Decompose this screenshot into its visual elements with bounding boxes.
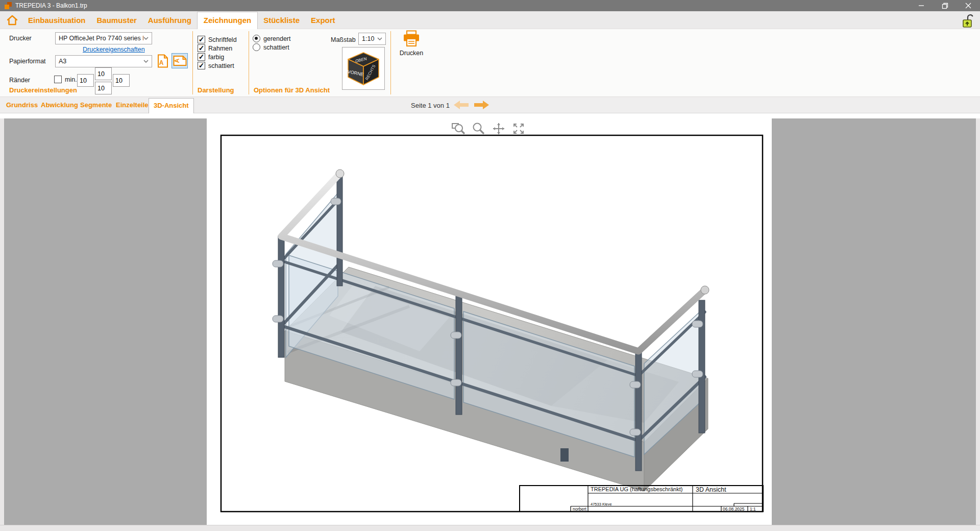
farbig-label: farbig: [208, 54, 224, 61]
tab-baumuster[interactable]: Baumuster: [91, 12, 142, 29]
gerendert-radio[interactable]: [253, 35, 260, 42]
status-strip: [0, 525, 980, 531]
home-icon[interactable]: [6, 14, 18, 27]
drucker-value: HP OfficeJet Pro 7740 series PCL: [59, 35, 143, 42]
drawing-page[interactable]: TREPEDIA UG (haftungsbeschränkt) 47533 K…: [207, 118, 772, 525]
drucken-button[interactable]: Drucken: [393, 30, 430, 72]
schattiert-checkbox[interactable]: ✓: [198, 62, 205, 69]
tab-einzelteile[interactable]: Einzelteile: [116, 101, 149, 109]
group-optionen-3d: Optionen für 3D Ansicht: [254, 86, 330, 94]
tab-zeichnungen[interactable]: Zeichnungen: [197, 12, 258, 29]
titleblock-address: 47533 Kleve: [591, 502, 612, 506]
tab-einbausituation[interactable]: Einbausituation: [22, 12, 91, 29]
unlock-icon[interactable]: [962, 13, 975, 29]
titleblock-drawing-title: 3D Ansicht: [696, 486, 726, 493]
chevron-down-icon: [377, 37, 382, 40]
margin-top-input[interactable]: [95, 67, 112, 80]
page-indicator: Seite 1 von 1: [411, 102, 450, 109]
portrait-orientation-button[interactable]: A: [156, 53, 169, 68]
schriftfeld-checkbox[interactable]: ✓: [198, 36, 205, 43]
view-toolbar: [451, 122, 526, 136]
tab-segmente[interactable]: Segmente: [80, 101, 112, 109]
close-button[interactable]: [957, 0, 980, 11]
titleblock-scale: 1:1: [750, 506, 756, 512]
margin-bottom-input[interactable]: [95, 82, 112, 94]
margin-right-input[interactable]: [113, 74, 130, 87]
schattiert-darstellung-label: schattiert: [208, 62, 234, 69]
document-tab-bar: Grundriss Abwicklung Segmente Einzelteil…: [0, 97, 980, 113]
pan-icon[interactable]: [491, 122, 506, 136]
landscape-orientation-button[interactable]: A: [172, 53, 188, 68]
group-darstellung: Darstellung: [198, 86, 234, 94]
group-druckereinstellungen: Druckereinstellungen: [9, 86, 77, 94]
zoom-icon[interactable]: [471, 122, 486, 136]
printer-icon: [402, 30, 421, 47]
titleblock-company: TREPEDIA UG (haftungsbeschränkt): [591, 486, 682, 492]
min-checkbox[interactable]: [54, 76, 62, 83]
window-title: TREPEDIA 3 - Balkon1.trp: [15, 2, 87, 9]
chevron-down-icon: [143, 37, 149, 40]
balcony-3d-view: TREPEDIA UG (haftungsbeschränkt) 47533 K…: [207, 118, 772, 525]
farbig-checkbox[interactable]: ✓: [198, 53, 205, 61]
app-logo-icon: [4, 2, 12, 10]
ribbon: Drucker HP OfficeJet Pro 7740 series PCL…: [0, 29, 980, 97]
chevron-down-icon: [143, 60, 149, 63]
maximize-button[interactable]: [933, 0, 957, 11]
group-separator: [192, 31, 193, 94]
margin-left-input[interactable]: [77, 74, 94, 87]
titleblock-author: norbert: [573, 506, 587, 512]
next-page-arrow-icon[interactable]: [473, 100, 491, 110]
svg-text:A: A: [159, 59, 164, 66]
massstab-select[interactable]: 1:10: [358, 33, 386, 45]
menu-bar: Einbausituation Baumuster Ausführung Zei…: [0, 11, 980, 29]
massstab-label: Maßstab: [331, 36, 356, 43]
schattiert-3d-label: schattiert: [263, 44, 289, 51]
druckereigenschaften-link[interactable]: Druckereigenschaften: [83, 46, 145, 53]
tab-ausfuehrung[interactable]: Ausführung: [142, 12, 197, 29]
massstab-value: 1:10: [362, 35, 377, 42]
wall-bracket: [560, 448, 569, 462]
fullscreen-icon[interactable]: [511, 122, 526, 136]
schriftfeld-label: Schriftfeld: [208, 36, 237, 43]
drucker-label: Drucker: [9, 35, 32, 42]
group-separator: [249, 31, 249, 94]
rahmen-checkbox[interactable]: ✓: [198, 44, 205, 52]
orientation-cube[interactable]: OBEN VORNE RECHTS: [342, 47, 385, 90]
svg-text:A: A: [174, 58, 181, 63]
drucken-label: Drucken: [400, 50, 424, 57]
titlebar: TREPEDIA 3 - Balkon1.trp: [0, 0, 980, 11]
previous-page-arrow-icon[interactable]: [452, 100, 470, 110]
tab-grundriss[interactable]: Grundriss: [6, 101, 38, 109]
tab-stueckliste[interactable]: Stückliste: [258, 12, 305, 29]
schattiert-radio[interactable]: [253, 43, 260, 51]
papierformat-label: Papierformat: [9, 58, 46, 65]
canvas-top-band: [0, 113, 980, 118]
gerendert-label: gerendert: [263, 35, 291, 42]
papierformat-select[interactable]: A3: [55, 55, 152, 67]
tab-abwicklung[interactable]: Abwicklung: [41, 101, 78, 109]
rahmen-label: Rahmen: [208, 45, 232, 52]
papierformat-value: A3: [59, 58, 143, 65]
drucker-select[interactable]: HP OfficeJet Pro 7740 series PCL: [55, 32, 152, 44]
raender-label: Ränder: [9, 77, 30, 84]
titleblock-date: 06.08.2025: [723, 506, 745, 512]
tab-3d-ansicht[interactable]: 3D-Ansicht: [149, 98, 194, 114]
zoom-window-icon[interactable]: [451, 122, 467, 136]
min-label: min.: [65, 76, 77, 83]
group-separator: [390, 31, 391, 94]
tab-export[interactable]: Export: [305, 12, 341, 29]
minimize-button[interactable]: [910, 0, 933, 11]
